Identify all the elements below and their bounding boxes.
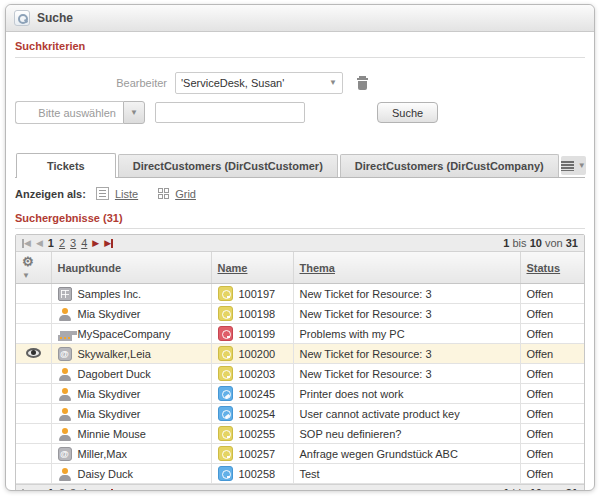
ticket-yellow-icon [218,306,233,321]
next-page-button[interactable]: ▶ [92,489,99,492]
ticket-blue-key-icon [218,386,233,401]
tab-tickets[interactable]: Tickets [16,153,116,178]
next-page-button[interactable]: ▶ [92,239,99,248]
result-range-text: 1 bis 10 von 31 [503,487,578,491]
row-status: Offen [520,344,584,364]
customer-name: MySpaceCompany [78,328,171,340]
page-link-2[interactable]: 2 [59,487,65,491]
customer-name: Mia Skydiver [78,408,141,420]
table-row[interactable]: MySpaceCompany 100199 Problems with my P… [16,324,584,344]
ticket-blue-icon [218,466,233,481]
keyword-input[interactable] [155,102,305,123]
row-thema: New Ticket for Resource: 3 [293,284,520,304]
criteria-select[interactable]: Bitte auswählen ▼ [15,101,145,124]
list-view-link[interactable]: Liste [115,188,138,200]
table-row[interactable]: Skywalker,Leia 100200 New Ticket for Res… [16,344,584,364]
customer-name: Dagobert Duck [78,368,151,380]
results-table: ⚙ ▼ Hauptkunde Name Thema Status Samples… [16,252,584,484]
table-row[interactable]: Minnie Mouse 100255 SOP neu definieren? … [16,424,584,444]
page-link-2[interactable]: 2 [59,237,65,249]
search-icon [14,10,30,26]
bearbeiter-label: Bearbeiter [15,77,167,89]
customer-name: Minnie Mouse [78,428,146,440]
ticket-id: 100257 [239,448,276,460]
ticket-yellow-icon [218,426,233,441]
page-link-3[interactable]: 3 [70,237,76,249]
customer-name: Mia Skydiver [78,388,141,400]
ticket-id: 100200 [239,348,276,360]
person-icon [58,367,72,381]
ticket-id: 100197 [239,288,276,300]
hamburger-icon [561,161,574,171]
page-link-3[interactable]: 3 [70,487,76,491]
page-title: Suche [37,11,73,25]
row-status: Offen [520,404,584,424]
prev-page-button[interactable]: ◀ [36,239,43,248]
person-icon [58,407,72,421]
ticket-yellow-icon [218,446,233,461]
first-page-button[interactable]: ◀ [22,489,31,492]
chevron-down-icon[interactable]: ▼ [22,271,30,280]
row-thema: SOP neu definieren? [293,424,520,444]
table-row[interactable]: Mia Skydiver 100254 User cannot activate… [16,404,584,424]
view-switch-label: Anzeigen als: [15,188,86,200]
bearbeiter-combobox[interactable]: 'ServiceDesk, Susan' ▼ [175,72,343,94]
first-page-button[interactable]: ◀ [22,239,31,248]
row-status: Offen [520,304,584,324]
page-link-4[interactable]: 4 [81,487,87,491]
last-page-button[interactable]: ▶ [104,489,113,492]
search-panel: Suche Suchkriterien Bearbeiter 'ServiceD… [5,4,595,491]
column-header-name[interactable]: Name [211,252,293,284]
grid-view-link[interactable]: Grid [175,188,196,200]
row-thema: New Ticket for Resource: 3 [293,344,520,364]
eye-icon [26,348,41,358]
table-row[interactable]: Dagobert Duck 100203 New Ticket for Reso… [16,364,584,384]
page-link-4[interactable]: 4 [81,237,87,249]
row-thema: Anfrage wegen Grundstück ABC [293,444,520,464]
trash-icon[interactable] [357,76,368,90]
tab-dircustcustomer[interactable]: DirectCustomers (DirCustCustomer) [118,154,338,177]
row-thema: New Ticket for Resource: 3 [293,364,520,384]
row-status: Offen [520,424,584,444]
chevron-down-icon[interactable]: ▼ [329,79,337,87]
grid-view-icon[interactable] [158,188,169,199]
table-row[interactable]: Miller,Max 100257 Anfrage wegen Grundstü… [16,444,584,464]
row-thema: Printer does not work [293,384,520,404]
column-header-status[interactable]: Status [520,252,584,284]
tab-dircustcompany[interactable]: DirectCustomers (DirCustCompany) [340,154,559,177]
tab-bar: Tickets DirectCustomers (DirCustCustomer… [15,154,585,178]
chevron-down-icon[interactable]: ▼ [123,101,145,124]
person-icon [58,427,72,441]
gear-icon[interactable]: ⚙ [22,254,34,269]
person-icon [58,307,72,321]
search-button[interactable]: Suche [377,102,438,123]
ticket-id: 100245 [239,388,276,400]
column-settings-header[interactable]: ⚙ ▼ [16,252,51,284]
prev-page-button[interactable]: ◀ [36,489,43,492]
last-page-button[interactable]: ▶ [104,239,113,248]
table-row[interactable]: Samples Inc. 100197 New Ticket for Resou… [16,284,584,304]
pager-bottom: ◀ ◀ 1 2 3 4 ▶ ▶ 1 bis 10 von 31 [16,484,584,491]
table-row[interactable]: Mia Skydiver 100245 Printer does not wor… [16,384,584,404]
row-thema: New Ticket for Resource: 3 [293,304,520,324]
table-row[interactable]: Daisy Duck 100258 Test Offen [16,464,584,484]
ticket-yellow-icon [218,346,233,361]
criteria-select-row: Bitte auswählen ▼ Suche [15,101,585,124]
pager-top: ◀ ◀ 1 2 3 4 ▶ ▶ 1 bis 10 von 31 [16,235,584,252]
list-view-icon[interactable] [96,187,109,200]
ticket-blue-key-icon [218,406,233,421]
column-header-thema[interactable]: Thema [293,252,520,284]
person-icon [58,387,72,401]
customer-name: Skywalker,Leia [78,348,151,360]
criteria-heading: Suchkriterien [15,32,585,58]
row-thema: Test [293,464,520,484]
customer-name: Samples Inc. [78,288,142,300]
table-row[interactable]: Mia Skydiver 100198 New Ticket for Resou… [16,304,584,324]
company-icon [58,287,72,301]
ticket-id: 100199 [239,328,276,340]
tab-overflow-menu-button[interactable]: ▼ [561,156,586,175]
table-body: Samples Inc. 100197 New Ticket for Resou… [16,284,584,484]
ticket-yellow-icon [218,366,233,381]
customer-name: Mia Skydiver [78,308,141,320]
person-icon [58,467,72,481]
